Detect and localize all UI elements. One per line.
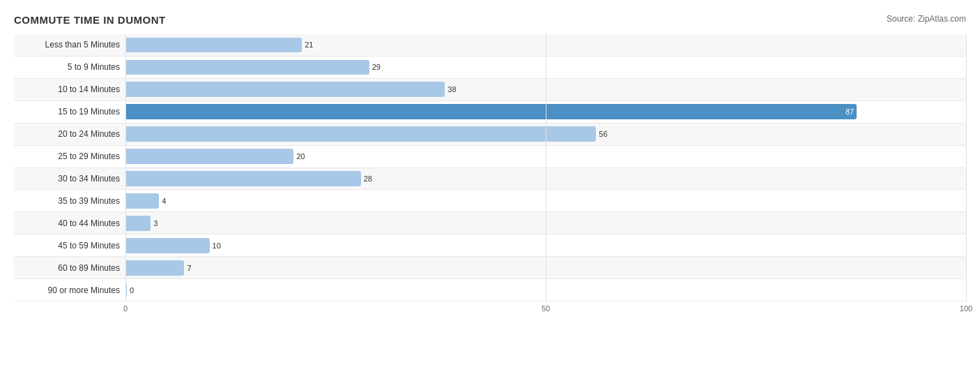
bar-value: 28 — [364, 174, 372, 183]
bar-row: 40 to 44 Minutes3 — [14, 212, 966, 234]
grid-line — [966, 79, 967, 100]
bar-value-inside: 87 — [845, 107, 857, 116]
grid-line — [546, 57, 546, 78]
bar-fill — [125, 216, 151, 231]
grid-line — [546, 146, 546, 167]
bar-label: 30 to 34 Minutes — [14, 174, 125, 184]
grid-line — [966, 279, 967, 301]
grid-line — [966, 257, 967, 278]
bar-label: 10 to 14 Minutes — [14, 84, 125, 94]
bar-value: 4 — [162, 197, 166, 205]
bar-fill — [125, 260, 184, 276]
bar-label: 15 to 19 Minutes — [14, 107, 125, 117]
bar-value: 3 — [153, 219, 158, 228]
bar-value: 0 — [130, 286, 134, 295]
bar-track: 10 — [125, 234, 966, 256]
bar-value: 7 — [187, 264, 191, 272]
bar-row: Less than 5 Minutes21 — [14, 34, 966, 57]
bar-row: 10 to 14 Minutes38 — [14, 79, 966, 101]
bar-value: 38 — [447, 85, 456, 94]
bar-track: 7 — [125, 257, 966, 278]
chart-area: Less than 5 Minutes215 to 9 Minutes2910 … — [14, 34, 966, 322]
bar-fill: 87 — [125, 104, 857, 119]
bars-wrapper: Less than 5 Minutes215 to 9 Minutes2910 … — [14, 34, 966, 301]
bar-track: 21 — [125, 34, 966, 56]
grid-line — [966, 101, 967, 123]
x-axis-tick: 50 — [542, 304, 550, 313]
grid-line — [966, 234, 967, 256]
x-axis: 050100 — [14, 301, 966, 322]
grid-line — [966, 190, 967, 211]
grid-line — [546, 234, 546, 256]
grid-line — [966, 212, 967, 234]
bar-label: 35 to 39 Minutes — [14, 196, 125, 206]
grid-line — [966, 146, 967, 167]
bar-label: Less than 5 Minutes — [14, 40, 125, 50]
bar-row: 60 to 89 Minutes7 — [14, 257, 966, 279]
bar-fill — [125, 193, 159, 209]
bar-track: 56 — [125, 124, 966, 145]
x-axis-tick: 100 — [960, 304, 972, 313]
bar-track: 29 — [125, 57, 966, 78]
bar-track: 4 — [125, 190, 966, 211]
chart-title: COMMUTE TIME IN DUMONT — [14, 14, 966, 26]
bar-row: 25 to 29 Minutes20 — [14, 146, 966, 168]
x-axis-tick: 0 — [123, 304, 128, 313]
bar-label: 60 to 89 Minutes — [14, 263, 125, 273]
bar-label: 20 to 24 Minutes — [14, 129, 125, 139]
grid-line — [546, 190, 546, 211]
bar-fill — [125, 38, 302, 53]
bar-label: 45 to 59 Minutes — [14, 241, 125, 251]
grid-line — [546, 279, 546, 301]
bar-row: 15 to 19 Minutes87 — [14, 101, 966, 124]
chart-container: COMMUTE TIME IN DUMONT Source: ZipAtlas.… — [0, 0, 980, 365]
bar-row: 20 to 24 Minutes56 — [14, 124, 966, 146]
grid-line — [546, 212, 546, 234]
bar-label: 40 to 44 Minutes — [14, 218, 125, 228]
bar-value: 20 — [296, 152, 305, 161]
grid-line — [966, 34, 967, 56]
bar-track: 3 — [125, 212, 966, 234]
bar-row: 45 to 59 Minutes10 — [14, 234, 966, 257]
bar-row: 35 to 39 Minutes4 — [14, 190, 966, 212]
bar-track: 20 — [125, 146, 966, 167]
bar-track: 0 — [125, 279, 966, 301]
bar-fill — [125, 60, 369, 75]
bar-row: 5 to 9 Minutes29 — [14, 57, 966, 79]
bar-value: 56 — [599, 130, 607, 138]
grid-line — [546, 34, 546, 56]
bar-fill — [125, 171, 361, 186]
bar-value: 10 — [213, 241, 221, 250]
x-axis-inner: 050100 — [125, 304, 966, 322]
grid-line — [966, 168, 967, 190]
source-label: Source: ZipAtlas.com — [887, 14, 966, 24]
bar-fill — [125, 238, 210, 253]
grid-line — [966, 57, 967, 78]
bar-label: 25 to 29 Minutes — [14, 151, 125, 161]
bar-label: 90 or more Minutes — [14, 285, 125, 295]
bar-label: 5 to 9 Minutes — [14, 62, 125, 72]
grid-line — [546, 257, 546, 278]
bar-value: 29 — [372, 63, 381, 71]
grid-line — [966, 124, 967, 145]
bar-track: 87 — [125, 101, 966, 123]
bar-track: 28 — [125, 168, 966, 190]
bar-value: 21 — [305, 40, 313, 49]
bar-fill — [125, 82, 445, 97]
bar-fill — [125, 149, 293, 164]
grid-line — [546, 168, 546, 190]
grid-line — [546, 79, 546, 100]
bar-fill — [125, 126, 596, 142]
bar-fill — [125, 283, 127, 298]
bar-row: 90 or more Minutes0 — [14, 279, 966, 301]
bar-row: 30 to 34 Minutes28 — [14, 168, 966, 191]
bar-track: 38 — [125, 79, 966, 100]
